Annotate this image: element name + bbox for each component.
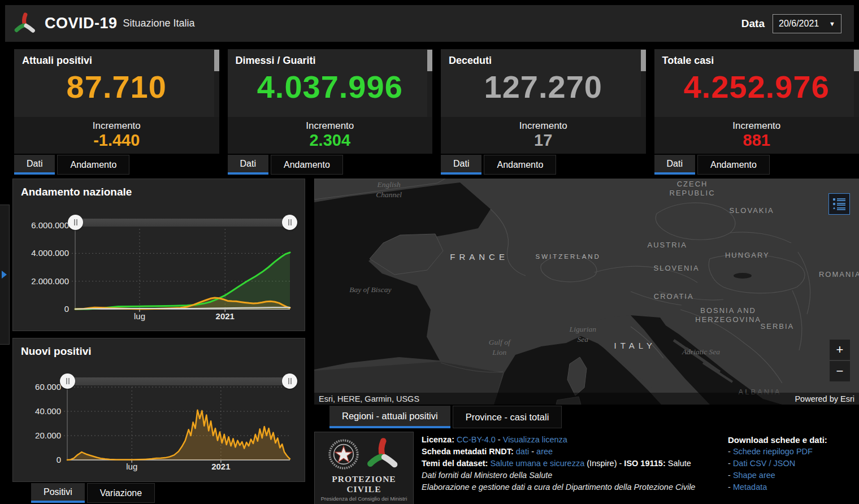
- card-increment-strip: Incremento 17: [441, 117, 646, 154]
- europe-basemap: [314, 179, 859, 405]
- tab-andamento[interactable]: Andamento: [271, 155, 343, 175]
- svg-text:2021: 2021: [211, 462, 230, 471]
- svg-text:6.000.000: 6.000.000: [31, 220, 69, 230]
- card-value: 127.270: [449, 71, 638, 103]
- card-value: 4.037.996: [236, 71, 425, 103]
- download-pdf-link[interactable]: Schede riepilogo PDF: [733, 447, 813, 456]
- range-slider-right-handle[interactable]: [282, 215, 297, 230]
- slider-grip-icon: [74, 219, 77, 225]
- card-scrollbar[interactable]: [427, 50, 432, 71]
- dash: -: [728, 483, 731, 492]
- license-link[interactable]: CC-BY-4.0: [457, 435, 496, 444]
- increment-label: Incremento: [14, 120, 219, 132]
- stat-cards-row: Attuali positivi 87.710 Incremento -1.44…: [14, 49, 859, 175]
- card-dimessi-guariti: Dimessi / Guariti 4.037.996 Incremento 2…: [228, 49, 433, 175]
- dash: -: [728, 447, 731, 456]
- view-license-link[interactable]: Visualizza licenza: [503, 435, 567, 444]
- download-item: - Dati CSV / JSON: [728, 458, 859, 470]
- increment-value: 881: [654, 132, 859, 150]
- card-scrollbar[interactable]: [214, 50, 219, 71]
- national-trend-title: Andamento nazionale: [21, 186, 302, 201]
- metadata-dati-link[interactable]: dati: [516, 447, 529, 456]
- iso-value: Salute: [668, 459, 691, 468]
- collapsed-side-panel: [0, 205, 10, 345]
- expand-panel-arrow-icon[interactable]: [2, 271, 7, 279]
- card-increment-strip: Incremento 881: [654, 117, 859, 154]
- date-dropdown[interactable]: 20/6/2021 ▼: [773, 14, 841, 33]
- card-scrollbar[interactable]: [854, 50, 859, 71]
- date-label: Data: [741, 18, 765, 30]
- range-slider-right-handle[interactable]: [282, 373, 297, 389]
- new-positives-title: Nuovi positivi: [21, 345, 302, 360]
- card-body: Totale casi 4.252.976: [654, 49, 859, 117]
- license-label: Licenza:: [422, 435, 454, 444]
- download-csv-json-link[interactable]: Dati CSV / JSON: [733, 459, 795, 468]
- tab-dati[interactable]: Dati: [228, 155, 268, 175]
- tab-dati[interactable]: Dati: [441, 155, 481, 175]
- tab-dati[interactable]: Dati: [654, 155, 695, 175]
- dash: -: [728, 459, 731, 468]
- increment-value: 17: [441, 132, 646, 150]
- metadata-aree-link[interactable]: aree: [536, 447, 553, 456]
- svg-text:4.000.000: 4.000.000: [31, 248, 69, 258]
- card-body: Dimessi / Guariti 4.037.996: [228, 49, 433, 117]
- svg-text:2021: 2021: [216, 311, 235, 321]
- download-item: - Metadata: [728, 481, 859, 493]
- download-metadata-link[interactable]: Metadata: [733, 483, 767, 492]
- tab-regioni-attuali-positivi[interactable]: Regioni - attuali positivi: [329, 406, 450, 428]
- svg-text:lug: lug: [134, 311, 145, 321]
- range-slider-left-handle[interactable]: [60, 373, 75, 389]
- card-tabs: Dati Andamento: [654, 155, 859, 175]
- time-range-slider[interactable]: [67, 377, 290, 385]
- card-title: Deceduti: [449, 55, 638, 67]
- national-trend-panel: Andamento nazionale 02.000.0004.000.0006…: [12, 179, 305, 331]
- date-dropdown-value: 20/6/2021: [779, 19, 819, 29]
- zoom-in-button[interactable]: +: [830, 340, 850, 360]
- map-attribution-bar: Esri, HERE, Garmin, USGS Powered by Esri: [314, 393, 859, 405]
- protezione-civile-logo-box: PROTEZIONE CIVILE Presidenza del Consigl…: [314, 432, 414, 504]
- card-deceduti: Deceduti 127.270 Incremento 17 Dati Anda…: [441, 49, 646, 175]
- themes-link[interactable]: Salute umana e sicurezza: [490, 459, 584, 468]
- card-value: 87.710: [22, 71, 211, 103]
- tab-andamento[interactable]: Andamento: [57, 155, 129, 175]
- legend-button[interactable]: [828, 193, 850, 215]
- download-shape-link[interactable]: Shape aree: [733, 471, 775, 480]
- tab-province-casi-totali[interactable]: Province - casi totali: [453, 406, 562, 428]
- time-range-slider[interactable]: [75, 219, 290, 227]
- page-subtitle: Situazione Italia: [123, 18, 195, 29]
- card-title: Totale casi: [662, 55, 852, 67]
- download-title: Download schede e dati:: [728, 434, 859, 446]
- dash: -: [728, 471, 731, 480]
- map-tabs: Regioni - attuali positivi Province - ca…: [314, 406, 859, 428]
- note-elaborazione: Elaborazione e gestione dati a cura del …: [422, 481, 720, 493]
- tab-andamento[interactable]: Andamento: [697, 155, 770, 175]
- card-body: Deceduti 127.270: [441, 49, 646, 117]
- svg-text:20.000: 20.000: [35, 431, 61, 440]
- card-attuali-positivi: Attuali positivi 87.710 Incremento -1.44…: [14, 49, 219, 175]
- map-attribution: Esri, HERE, Garmin, USGS: [319, 394, 419, 403]
- svg-text:2.000.000: 2.000.000: [31, 276, 69, 286]
- italy-emblem-icon: [328, 438, 359, 470]
- tab-dati[interactable]: Dati: [14, 155, 55, 175]
- chevron-down-icon: ▼: [829, 20, 835, 27]
- license-line: Licenza: CC-BY-4.0 - Visualizza licenza: [422, 434, 720, 446]
- card-value: 4.252.976: [662, 71, 852, 103]
- increment-label: Incremento: [654, 120, 859, 132]
- area-dimessi-guariti: [75, 253, 290, 309]
- map-canvas[interactable]: CZECH REPUBLICSLOVAKIAAUSTRIAHUNGARYSLOV…: [314, 179, 859, 405]
- new-positives-chart: 020.00040.00060.000lug2021: [16, 362, 302, 486]
- range-slider-left-handle[interactable]: [68, 215, 83, 230]
- increment-label: Incremento: [228, 120, 433, 132]
- card-scrollbar[interactable]: [641, 50, 646, 71]
- card-increment-strip: Incremento 2.304: [228, 117, 433, 154]
- themes-inspire: (Inspire) -: [587, 459, 622, 468]
- tab-andamento[interactable]: Andamento: [484, 155, 556, 175]
- map-column: CZECH REPUBLICSLOVAKIAAUSTRIAHUNGARYSLOV…: [314, 179, 859, 504]
- card-tabs: Dati Andamento: [441, 155, 646, 175]
- header-bar: COVID-19 Situazione Italia Data 20/6/202…: [5, 5, 854, 42]
- metadata-label: Scheda metadati RNDT:: [422, 447, 514, 456]
- charts-column: Andamento nazionale 02.000.0004.000.0006…: [12, 179, 305, 504]
- card-title: Dimessi / Guariti: [236, 55, 425, 67]
- zoom-out-button[interactable]: −: [830, 361, 850, 381]
- card-title: Attuali positivi: [22, 55, 211, 67]
